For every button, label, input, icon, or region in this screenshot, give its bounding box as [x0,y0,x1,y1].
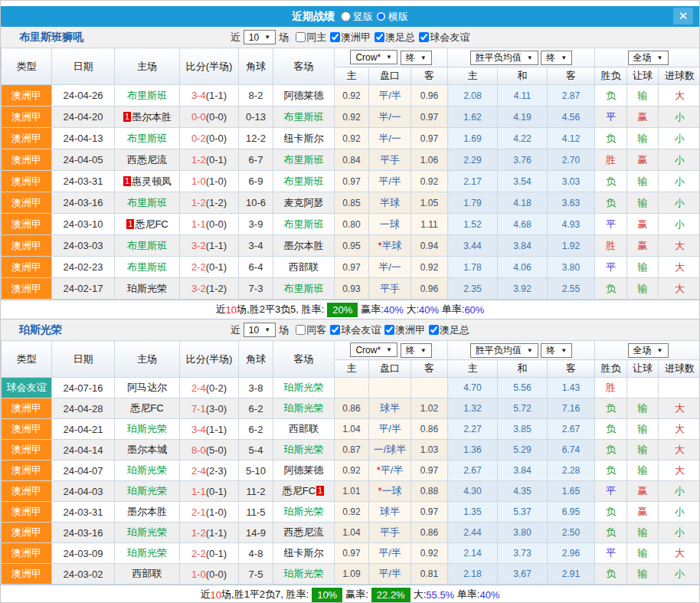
summary-text: 单率: [439,303,464,316]
sub-header-avg-draw: 和 [498,360,548,378]
home-odds-cell: 1.09 [335,564,369,585]
away-odds-cell: 0.97 [411,107,448,128]
away-team-cell: 珀斯光荣 [273,564,335,585]
odds-final-select[interactable]: 终▼ [401,343,432,358]
corner-cell: 7-5 [239,564,273,585]
summary-text: 10 [211,589,221,601]
away-team-cell: 布里斯班 [273,278,335,300]
score-cell: 1-2(1-2) [180,192,239,214]
horizontal-layout-radio[interactable] [376,11,386,21]
home-team-cell: 1墨尔本胜 [115,107,180,128]
home-team-cell: 珀斯光荣 [115,419,180,440]
result-cell: 平 [595,257,627,278]
filter-option-球会友谊[interactable]: 球会友谊 [419,31,469,44]
chevron-down-icon: ▼ [527,54,533,61]
match-count-value: 10 [249,325,259,336]
filter-option-球会友谊[interactable]: 球会友谊 [330,323,381,337]
home-team-cell: 珀斯光荣 [115,278,180,300]
result-cell: 胜 [595,149,627,171]
filter-checkbox-澳足总[interactable] [429,325,439,335]
avg-draw-cell: 4.18 [498,192,548,214]
away-odds-cell: 0.96 [411,85,448,107]
avg-draw-cell: 3.80 [498,523,548,543]
layout-horizontal-option[interactable]: 横版 [376,10,408,24]
filter-option-澳足总[interactable]: 澳足总 [429,323,469,337]
home-team-cell: 墨尔本城 [115,440,180,460]
avg-source-select[interactable]: 胜平负均值▼ [470,51,538,65]
odds-final-select[interactable]: 终▼ [401,51,432,65]
filter-checkbox-球会友谊[interactable] [419,32,429,42]
chevron-down-icon: ▼ [264,34,270,41]
avg-source-select[interactable]: 胜平负均值▼ [470,343,538,358]
match-count-select[interactable]: 10▼ [244,323,276,337]
table-row: 澳洲甲24-04-05西悉尼流1-2(0-1)6-7布里斯班0.84平手1.06… [2,149,700,171]
corner-cell: 11-5 [239,502,273,523]
handicap-result-cell: 赢 [627,214,659,235]
score-cell: 1-0(0-0) [180,564,239,585]
odds-source-select[interactable]: Crow*▼ [350,342,397,357]
sub-header-handicap: 盘口 [369,67,411,85]
goals-cell: 大 [659,257,700,278]
avg-final-select[interactable]: 终▼ [541,343,572,358]
sub-header-avg-away: 客 [548,67,595,85]
match-count-select[interactable]: 10▼ [244,30,276,44]
score-cell: 0-0(0-0) [180,107,239,128]
handicap-cell: 平/半 [369,564,411,585]
away-odds-cell: 0.96 [411,278,448,300]
vertical-layout-radio[interactable] [341,11,351,21]
goals-cell: 小 [659,564,700,585]
summary-text: 55.5% [426,589,454,601]
corner-cell: 6-2 [239,419,273,440]
filter-checkbox-球会友谊[interactable] [330,325,340,335]
avg-final-select[interactable]: 终▼ [541,51,572,65]
away-team-cell: 西部联 [273,257,335,278]
away-odds-cell: 1.02 [411,398,448,419]
panel-title: 近期战绩 [292,10,335,24]
close-button[interactable]: ✕ [673,8,693,25]
date-cell: 24-04-26 [52,85,115,107]
score-main: 1-2 [191,197,206,208]
chevron-down-icon: ▼ [264,326,270,333]
layout-vertical-option[interactable]: 竖版 [341,10,373,24]
handicap-cell: 球半 [369,398,411,419]
odds-source-select[interactable]: Crow*▼ [350,50,397,64]
handicap-result-cell: 输 [627,564,659,585]
handicap-result-cell: 输 [627,128,659,149]
filter-option-同主[interactable]: 同主 [296,31,326,44]
filter-checkbox-澳洲甲[interactable] [384,325,394,335]
avg-home-cell: 1.32 [448,398,498,419]
handicap-result-cell: 赢 [627,107,659,128]
avg-away-cell: 1.92 [548,235,595,257]
filter-option-澳足总[interactable]: 澳足总 [375,31,415,44]
star-marker: * [377,464,381,476]
scope-select[interactable]: 全场▼ [628,51,669,65]
score-main: 2-1 [191,506,206,518]
sub-header-avg-home: 主 [448,67,498,85]
avg-away-cell: 6.95 [548,502,595,523]
scope-select[interactable]: 全场▼ [628,343,669,358]
chevron-down-icon: ▼ [657,54,663,61]
score-cell: 3-4(1-1) [180,85,239,107]
table-row: 澳洲甲24-03-03布里斯班3-2(1-1)3-4墨尔本胜0.95*半球0.9… [2,235,700,257]
result-cell: 平 [595,481,627,502]
avg-home-cell: 4.30 [448,481,498,502]
result-cell: 平 [595,107,627,128]
filter-checkbox-澳足总[interactable] [375,32,384,42]
league-cell: 澳洲甲 [2,85,52,107]
avg-away-cell: 6.74 [548,440,595,460]
corner-cell: 6-2 [239,398,273,419]
date-cell: 24-03-16 [52,523,115,543]
star-marker: * [378,240,381,251]
result-cell: 胜 [595,235,627,257]
filter-checkbox-同主[interactable] [296,32,306,42]
chevron-down-icon: ▼ [420,54,427,61]
table-row: 澳洲甲24-03-02西部联1-0(0-0)7-5珀斯光荣1.09平/半0.81… [2,564,700,585]
avg-away-cell: 3.80 [548,257,595,278]
filter-option-澳洲甲[interactable]: 澳洲甲 [384,323,425,337]
filter-option-澳洲甲[interactable]: 澳洲甲 [330,31,371,44]
filter-option-同客[interactable]: 同客 [296,323,326,337]
home-odds-cell: 0.86 [335,398,369,419]
home-odds-cell: 0.97 [335,171,369,192]
filter-checkbox-同客[interactable] [296,325,306,335]
filter-checkbox-澳洲甲[interactable] [330,32,340,42]
